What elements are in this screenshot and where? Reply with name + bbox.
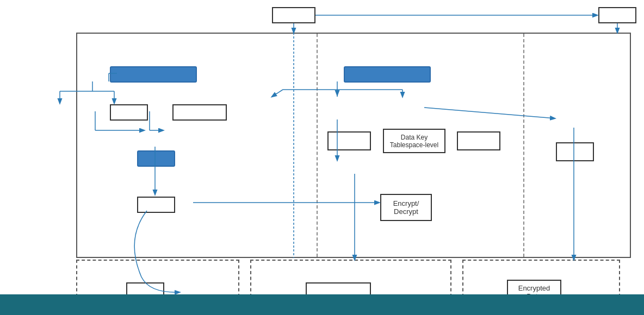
hash-node	[137, 150, 175, 167]
passphrase-node	[172, 104, 227, 121]
kek-node	[137, 197, 175, 213]
data-key-label: Data KeyTablespace-level	[390, 134, 438, 149]
aes-node	[556, 142, 594, 161]
diagram-area: Data KeyTablespace-level Encrypt/Decrypt	[76, 33, 631, 258]
data-node	[598, 7, 636, 23]
pg-strong-random-1	[110, 66, 197, 83]
data-key-node: Data KeyTablespace-level	[383, 129, 445, 153]
encrypt-decrypt-node: Encrypt/Decrypt	[380, 194, 432, 221]
section-divider-1	[317, 34, 318, 257]
bottom-bar	[0, 294, 644, 315]
encrypt-decrypt-label: Encrypt/Decrypt	[393, 199, 419, 216]
salt-node	[110, 104, 148, 121]
section-divider-2	[523, 34, 524, 257]
temp-key-node	[457, 131, 500, 150]
pg-strong-random-2	[344, 66, 431, 83]
wal-key-node	[327, 131, 371, 150]
users-node	[272, 7, 315, 23]
